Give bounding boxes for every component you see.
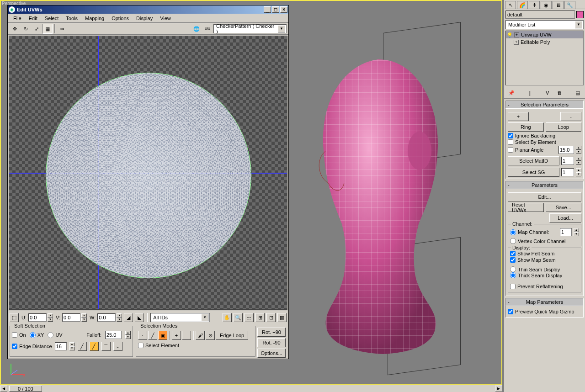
create-tab[interactable]: ↖ bbox=[505, 1, 516, 9]
configure-sets-icon[interactable]: ▤ bbox=[573, 89, 582, 97]
expand-selection-button[interactable]: + bbox=[508, 112, 529, 121]
edit-button[interactable]: Edit... bbox=[508, 192, 581, 201]
select-by-element-checkbox[interactable]: Select By Element bbox=[508, 139, 581, 145]
pin-stack-icon[interactable]: 📌 bbox=[507, 89, 516, 97]
rollout-header[interactable]: -Selection Parameters bbox=[505, 101, 584, 109]
shrink-selection[interactable]: - bbox=[182, 331, 191, 340]
scale-tool[interactable]: ⤢ bbox=[32, 24, 42, 34]
matid-spinner[interactable]: ▲▼ bbox=[576, 157, 581, 165]
menu-file[interactable]: File bbox=[10, 15, 25, 22]
edge-distance-input[interactable]: 16 bbox=[55, 342, 67, 350]
sg-spinner[interactable]: ▲▼ bbox=[576, 168, 581, 176]
matid-input[interactable]: 1 bbox=[561, 157, 574, 165]
select-sg-button[interactable]: Select SG bbox=[508, 168, 559, 177]
pan-tool[interactable]: ✋ bbox=[223, 313, 232, 322]
object-color-swatch[interactable] bbox=[576, 11, 584, 18]
hierarchy-tab[interactable]: ↟ bbox=[529, 1, 540, 9]
options-button[interactable]: Options... bbox=[257, 349, 286, 358]
scroll-right-icon[interactable]: ▶ bbox=[495, 386, 502, 392]
rollout-header[interactable]: -Parameters bbox=[505, 181, 584, 189]
prevent-reflattening-checkbox[interactable]: Prevent Reflattening bbox=[510, 284, 579, 289]
falloff-shape-1[interactable]: ╱ bbox=[78, 342, 87, 351]
make-unique-icon[interactable]: ∀ bbox=[543, 89, 552, 97]
menu-options[interactable]: Options bbox=[108, 15, 133, 22]
show-map-seam-checkbox[interactable]: Show Map Seam bbox=[510, 257, 579, 263]
stack-item-unwrap-uvw[interactable]: 💡 + Unwrap UVW bbox=[506, 31, 583, 38]
load-button[interactable]: Load... bbox=[549, 213, 581, 222]
edge-distance-checkbox[interactable]: Edge Distance bbox=[12, 344, 52, 349]
map-channel-spinner[interactable]: ▲▼ bbox=[574, 228, 579, 236]
object-name-input[interactable]: default bbox=[505, 11, 575, 19]
v-input[interactable]: 0.0 bbox=[62, 313, 80, 322]
break-tool[interactable]: ◢ bbox=[124, 313, 133, 322]
reset-uvws-button[interactable]: Reset UVWs bbox=[508, 203, 544, 212]
remove-modifier-icon[interactable]: 🗑 bbox=[555, 89, 564, 97]
rollout-header[interactable]: -Map Parameters bbox=[505, 298, 584, 306]
expand-icon[interactable]: + bbox=[514, 32, 519, 37]
u-input[interactable]: 0.0 bbox=[28, 313, 47, 322]
freeform-tool[interactable]: ▦ bbox=[43, 24, 53, 34]
falloff-input[interactable]: 25.0 bbox=[105, 331, 122, 339]
map-channel-input[interactable]: 1 bbox=[560, 228, 572, 236]
edge-loop-button[interactable]: Edge Loop bbox=[216, 331, 248, 340]
motion-tab[interactable]: ◉ bbox=[541, 1, 552, 9]
uv-island[interactable] bbox=[46, 73, 251, 278]
vertex-color-radio[interactable]: Vertex Color Channel bbox=[510, 238, 579, 244]
menu-edit[interactable]: Edit bbox=[25, 15, 41, 22]
menu-select[interactable]: Select bbox=[41, 15, 63, 22]
v-spinner[interactable]: ▲▼ bbox=[81, 313, 87, 322]
thick-seam-radio[interactable]: Thick Seam Display bbox=[510, 272, 579, 278]
paint-select[interactable]: 🖌 bbox=[196, 331, 205, 340]
modifier-list-dropdown[interactable]: Modifier List ▼ bbox=[505, 20, 584, 29]
zoom-region-tool[interactable]: ⚏ bbox=[245, 313, 254, 322]
display-tab[interactable]: 🖥 bbox=[553, 1, 564, 9]
maximize-button[interactable]: □ bbox=[272, 6, 279, 13]
bulb-icon[interactable]: 💡 bbox=[507, 32, 512, 37]
planar-angle-input[interactable]: 15.0 bbox=[558, 146, 574, 154]
ring-button[interactable]: Ring bbox=[508, 122, 544, 132]
stack-item-editable-poly[interactable]: + Editable Poly bbox=[506, 38, 583, 46]
ids-dropdown[interactable]: All IDs ▼ bbox=[150, 313, 210, 322]
modify-tab[interactable]: 🌈 bbox=[517, 1, 528, 9]
frame-indicator[interactable]: 0 / 100 bbox=[9, 386, 42, 392]
menu-display[interactable]: Display bbox=[133, 15, 156, 22]
zoom-extents-tool[interactable]: ⊞ bbox=[255, 313, 265, 322]
modifier-stack[interactable]: 💡 + Unwrap UVW + Editable Poly bbox=[505, 31, 584, 85]
w-input[interactable]: 0.0 bbox=[97, 313, 116, 322]
ignore-backfacing-checkbox[interactable]: Ignore Backfacing bbox=[508, 133, 581, 138]
face-mode[interactable]: ▣ bbox=[158, 331, 167, 340]
select-element-checkbox[interactable]: Select Element bbox=[138, 343, 253, 348]
edge-distance-spinner[interactable]: ▲▼ bbox=[69, 342, 75, 350]
space-uv-radio[interactable]: UV bbox=[48, 332, 62, 338]
uv-toggle[interactable]: UU bbox=[202, 24, 213, 34]
menu-view[interactable]: View bbox=[156, 15, 175, 22]
falloff-shape-3[interactable]: ⌒ bbox=[101, 342, 111, 351]
grid-tool[interactable]: ▦ bbox=[277, 313, 287, 322]
planar-angle-spinner[interactable]: ▲▼ bbox=[576, 146, 581, 154]
paint-deselect[interactable]: ⊘ bbox=[206, 331, 215, 340]
save-button[interactable]: Save... bbox=[546, 203, 582, 212]
lock-aspect-icon[interactable]: ⬚ bbox=[10, 313, 19, 322]
mirror-tool[interactable]: ⇥⇤ bbox=[57, 24, 67, 34]
map-channel-radio[interactable]: Map Channel: bbox=[510, 229, 558, 235]
loop-button[interactable]: Loop bbox=[546, 122, 582, 132]
vertex-mode[interactable]: · bbox=[138, 331, 147, 340]
rotate-tool[interactable]: ↻ bbox=[21, 24, 31, 34]
planar-angle-checkbox[interactable]: Planar Angle bbox=[508, 147, 557, 153]
rotate-minus90-button[interactable]: Rot. -90 bbox=[257, 338, 286, 347]
move-tool[interactable]: ✥ bbox=[10, 24, 20, 34]
close-button[interactable]: × bbox=[280, 6, 287, 13]
zoom-tool[interactable]: 🔍 bbox=[234, 313, 243, 322]
show-map-button[interactable]: 🌐 bbox=[191, 24, 202, 34]
uv-canvas[interactable] bbox=[9, 36, 287, 310]
texture-dropdown[interactable]: CheckerPattern ( Checker ) ▼ bbox=[213, 24, 287, 33]
grow-selection[interactable]: + bbox=[172, 331, 181, 340]
show-end-result-icon[interactable]: ‖ bbox=[525, 89, 534, 97]
weld-tool[interactable]: ◣ bbox=[135, 313, 144, 322]
thin-seam-radio[interactable]: Thin Seam Display bbox=[510, 266, 579, 272]
select-matid-button[interactable]: Select MatID bbox=[508, 156, 559, 165]
contract-selection-button[interactable]: - bbox=[560, 112, 581, 121]
viewport-3d-head[interactable] bbox=[301, 27, 465, 375]
snap-tool[interactable]: ⊡ bbox=[266, 313, 276, 322]
edge-mode[interactable]: ╱ bbox=[148, 331, 157, 340]
